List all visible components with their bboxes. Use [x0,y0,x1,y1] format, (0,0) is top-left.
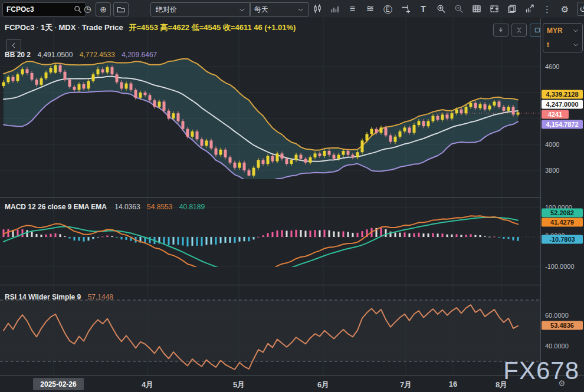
price-scale[interactable]: MYR t 460040003800100.00000.0000-100.000… [540,18,584,375]
macd-histogram-bar [498,237,500,238]
price-mode-dropdown[interactable]: 绝对价 [150,2,251,17]
chart-export-icon[interactable] [524,3,535,15]
candlestick-style-icon[interactable] [311,3,323,15]
macd-histogram-bar [461,235,462,237]
candle [422,121,425,126]
candle [92,74,95,81]
candle [427,121,430,126]
move-pane-down-button[interactable] [493,24,508,37]
ohlc-readout: 开=4553 高=4622 低=4545 收=4611 46 (+1.01%) [129,23,296,32]
rsi-pane[interactable] [0,268,540,375]
candle [366,134,369,140]
time-axis[interactable]: 2025-02-26 ⚙ 4月5月6月7月168月 [0,375,584,392]
macd-histogram-bar [64,236,66,237]
settings-gear-icon[interactable]: ⚙ [559,3,570,15]
compare-chart-icon[interactable] [329,3,340,15]
candle [455,110,458,114]
macd-histogram-bar [55,233,57,237]
symbol-search-input[interactable]: FCPOc3 [2,2,86,17]
templates-icon[interactable]: Ⓔ [382,3,393,15]
macd-histogram-bar [168,237,170,245]
rsi-legend[interactable]: RSI 14 Wilder Simple 9 57.1448 [5,293,113,301]
currency-dropdown[interactable]: MYR [543,24,582,38]
macd-histogram-bar [182,237,184,245]
candle [342,151,345,155]
candle [45,73,48,78]
macd-histogram-bar [489,237,491,238]
clock-icon[interactable]: ◷ [81,2,93,15]
macd-histogram-bar [286,230,288,237]
layout-lines-icon[interactable]: ≡ [347,3,358,15]
symbol-info-bar[interactable]: FCPOc3·1天·MDX·Trade Price 开=4553 高=4622 … [5,22,296,33]
macd-histogram-bar [352,233,354,237]
alert-icon[interactable] [400,3,411,15]
candle [479,104,482,108]
back-button[interactable] [6,39,21,52]
candle [12,77,15,81]
candle [130,84,133,90]
macd-signal-value: 40.8189 [179,203,205,211]
table-grid-icon[interactable] [471,3,482,15]
macd-histogram-bar [220,237,222,243]
pane-separator[interactable] [0,285,584,285]
axis-settings-gear-icon[interactable]: ⚙ [558,378,566,388]
candle [295,155,298,160]
macd-histogram-bar [107,236,109,237]
chevron-left-icon [10,42,17,49]
add-symbol-button[interactable]: ⊕ [96,2,111,17]
collapse-icon [516,27,523,34]
macd-histogram-bar [362,231,363,237]
zoom-out-icon[interactable] [453,3,464,15]
pane-separator[interactable] [0,197,584,197]
macd-histogram-bar [418,233,420,237]
more-options-icon[interactable]: ⋮ [542,3,553,15]
unit-dropdown[interactable]: t [543,38,582,52]
candle [134,90,137,98]
macd-histogram-bar [517,237,519,241]
candle [205,140,208,146]
candle [73,87,76,90]
candle [408,127,411,133]
macd-histogram-bar [163,237,165,244]
snapshot-icon[interactable] [506,3,517,15]
folder-button[interactable] [113,2,129,17]
trading-chart-app: FCPOc3 ◷ ⊕ 绝对价 每天 [0,0,584,392]
macd-histogram-bar [121,237,123,239]
symbol-name: FCPOc3 [5,23,35,32]
macd-histogram-bar [116,237,118,238]
candle [149,95,152,100]
candle [120,82,123,88]
macd-histogram-bar [291,230,293,237]
time-tick: 6月 [317,380,329,390]
macd-histogram-bar [126,237,127,240]
text-tool-icon[interactable]: T [418,3,429,15]
macd-legend[interactable]: MACD 12 26 close 9 EMA EMA 14.0363 54.85… [5,203,205,211]
macd-pane[interactable] [0,180,540,267]
macd-histogram-bar [248,237,250,241]
indicators-icon[interactable]: ≋ [365,3,376,15]
macd-histogram-bar [310,230,311,237]
macd-histogram-bar [244,237,245,241]
candle [35,80,38,85]
layout-add-icon[interactable] [488,3,500,15]
zoom-in-icon[interactable] [435,3,447,15]
main-price-pane[interactable] [0,18,540,179]
collapse-pane-button[interactable] [511,24,527,37]
symbol-exchange: MDX [59,23,76,32]
macd-histogram-bar [281,230,283,237]
symbol-search-value: FCPOc3 [6,5,34,14]
bb-legend[interactable]: BB 20 2 4,491.0500 4,772.4533 4,209.6467 [5,51,157,59]
candle [493,101,496,106]
undo-button[interactable]: ↺ [577,2,584,16]
candle [64,72,67,80]
chevron-down-icon [239,6,245,13]
macd-histogram-bar [465,235,467,237]
rsi-label: RSI 14 Wilder Simple 9 [5,293,81,301]
macd-histogram-bar [93,237,94,239]
bollinger-band-fill [4,59,518,179]
chevron-down-icon [297,6,304,13]
macd-histogram-bar [480,235,481,237]
macd-histogram-bar [83,237,85,242]
macd-line [4,216,518,267]
interval-dropdown[interactable]: 每天 [249,2,309,17]
